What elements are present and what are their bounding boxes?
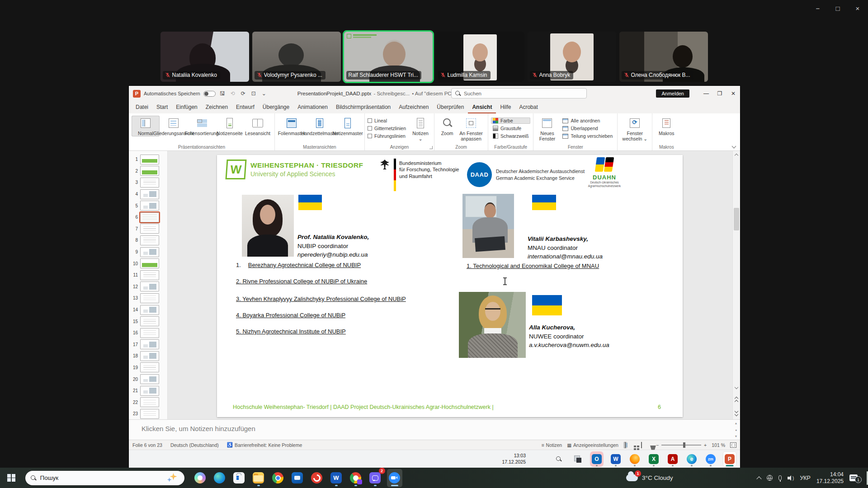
taskbar-app-icon[interactable] <box>231 469 247 487</box>
save-icon[interactable]: 🖫 <box>219 90 226 97</box>
slide-thumbnail[interactable]: 14 <box>129 304 167 316</box>
participant-tile[interactable]: Anna Bobryk <box>528 32 616 82</box>
ribbon-tab[interactable]: Überprüfen <box>433 101 468 113</box>
zoom-slider-thumb[interactable] <box>683 442 685 448</box>
shared-taskbar-app-icon[interactable] <box>533 451 547 467</box>
redo-icon[interactable]: ⟳ <box>240 90 247 97</box>
slide-thumbnail[interactable]: 5 <box>129 200 167 211</box>
slide-page-number[interactable]: 6 <box>658 404 661 410</box>
slide-thumbnail[interactable]: 1 <box>129 154 167 165</box>
ppt-minimize-icon[interactable]: — <box>699 86 713 101</box>
slide-thumbnail[interactable]: 18 <box>129 350 167 362</box>
shared-taskbar-app-icon[interactable]: O <box>590 451 604 467</box>
shared-taskbar-app-icon[interactable]: P <box>723 451 736 467</box>
slide-thumbnail[interactable]: 7 <box>129 223 167 235</box>
participant-tile[interactable]: Ralf Schlauderer HSWT Tri... <box>344 32 433 82</box>
ribbon-tab[interactable]: Animationen <box>293 101 332 113</box>
scrollbar-thumb[interactable] <box>734 208 739 230</box>
qat-customize-icon[interactable]: ⌄ <box>260 90 268 97</box>
present-from-start-icon[interactable]: ⊡ <box>250 90 257 97</box>
slide-thumbnail[interactable]: 19 <box>129 362 167 374</box>
ribbon-master-button[interactable]: Handzettelmaster <box>306 116 334 136</box>
shared-taskbar-clock[interactable]: 13:03 17.12.2025 <box>502 453 528 465</box>
switch-window-button[interactable]: Fenster wechseln ⌄ <box>620 116 649 142</box>
slide-thumbnail[interactable]: 21 <box>129 385 167 397</box>
view-sorter-button[interactable] <box>632 445 635 446</box>
vertical-scrollbar[interactable] <box>732 151 740 419</box>
ribbon-tab[interactable]: Übergänge <box>259 101 293 113</box>
mnau-college-item[interactable]: 1. Technological and Economikal College … <box>467 263 599 269</box>
ribbon-view-button[interactable]: Foliensortierung <box>188 116 216 136</box>
slide-thumbnail[interactable]: 12 <box>129 281 167 293</box>
color-mode-button[interactable]: Schwarzweiß <box>491 133 530 139</box>
show-checkbox[interactable]: Lineal <box>368 118 406 123</box>
participant-tile[interactable]: Олена Слободянюк В... <box>619 32 708 82</box>
coordinator-nubip[interactable]: Prof. Nataliia Kovalenko, NUBIP coordina… <box>297 233 369 259</box>
window-arrange-button[interactable]: Überlappend <box>561 125 614 131</box>
new-window-button[interactable]: Neues Fenster <box>536 116 558 142</box>
search-input[interactable]: Suchen <box>451 88 587 99</box>
notes-placeholder[interactable]: Klicken Sie, um Notizen hinzuzufügen <box>142 425 255 432</box>
minimize-icon[interactable]: − <box>813 5 823 12</box>
fit-to-window-button[interactable]: An Fenster anpassen <box>457 116 485 142</box>
display-settings-button[interactable]: ▦ Anzeigeeinstellungen <box>567 442 618 448</box>
autosave-toggle[interactable] <box>203 91 216 97</box>
participant-tile[interactable]: Volodymyr Pysarenko ... <box>252 32 341 82</box>
show-checkbox[interactable]: Gitternetzlinien <box>368 126 406 131</box>
photo-nataliia-kovalenko[interactable] <box>242 195 294 257</box>
shared-taskbar-app-icon[interactable] <box>628 451 642 467</box>
taskbar-app-icon[interactable] <box>290 469 305 487</box>
weather-widget[interactable]: 1 3°C Cloudy <box>626 468 673 488</box>
slide-thumbnail[interactable]: 17 <box>129 339 167 351</box>
ribbon-view-button[interactable]: Gliederungsansicht <box>160 116 188 136</box>
shared-taskbar-app-icon[interactable]: X <box>647 451 660 467</box>
zoom-in-icon[interactable]: + <box>704 442 707 448</box>
show-checkbox[interactable]: Führungslinien <box>368 133 406 139</box>
macros-button[interactable]: Makros <box>655 116 678 136</box>
shared-taskbar-app-icon[interactable]: e <box>685 451 698 467</box>
ribbon-tab[interactable]: B​ildschirmpräsentation <box>332 101 395 113</box>
zoom-out-icon[interactable]: − <box>656 442 659 448</box>
coordinator-mnau[interactable]: Vitalii Karbashevsky, MNAU coordinator i… <box>528 235 603 261</box>
shared-taskbar-app-icon[interactable] <box>552 451 566 467</box>
zoom-button[interactable]: Zoom <box>437 116 457 136</box>
ribbon-tab[interactable]: Aufzeichnen <box>395 101 433 113</box>
zoom-slider[interactable] <box>661 445 701 446</box>
ribbon-master-button[interactable]: Notizenmaster <box>334 116 362 136</box>
view-normal-button[interactable] <box>623 442 627 448</box>
signin-button[interactable]: Anmelden <box>656 89 689 98</box>
taskbar-app-icon[interactable] <box>251 469 266 487</box>
ribbon-view-button[interactable]: Notizenseite <box>216 116 244 136</box>
slide-thumbnail[interactable]: 20 <box>129 373 167 385</box>
taskbar-app-icon[interactable]: W <box>329 469 344 487</box>
undo-icon[interactable]: ⟲ <box>229 90 236 97</box>
window-arrange-button[interactable]: Alle anordnen <box>561 117 614 124</box>
network-globe-icon[interactable] <box>767 475 773 481</box>
scroll-down-icon[interactable] <box>733 384 740 391</box>
scroll-up-icon[interactable] <box>733 151 740 158</box>
window-arrange-button[interactable]: Teilung verschieben <box>561 133 614 139</box>
ukraine-flag-icon[interactable] <box>532 295 562 315</box>
slide-thumbnail[interactable]: 13 <box>129 292 167 304</box>
shared-taskbar-app-icon[interactable]: A <box>666 451 679 467</box>
shared-taskbar-app-icon[interactable]: zm <box>704 451 717 467</box>
maximize-icon[interactable]: □ <box>833 5 843 12</box>
slide-thumbnail[interactable]: 22 <box>129 396 167 408</box>
slide-thumbnail[interactable]: 3 <box>129 177 167 188</box>
slide-footer[interactable]: Hochschule Weihenstephan- Triesdorf | DA… <box>233 404 494 410</box>
microphone-icon[interactable] <box>778 475 782 480</box>
nubip-college-list[interactable]: 1.Berezhany Agrotechnical College of NUB… <box>236 262 406 344</box>
start-button-icon[interactable] <box>7 474 15 482</box>
participant-tile[interactable]: Ludmilla Kamsin <box>436 32 524 82</box>
shared-taskbar-app-icon[interactable] <box>571 451 585 467</box>
speaker-icon[interactable]: ) <box>788 475 794 481</box>
slide-thumbnail[interactable]: 15 <box>129 315 167 327</box>
ribbon-tab[interactable]: Hilfe <box>496 101 515 113</box>
ribbon-tab[interactable]: Acrobat <box>515 101 542 113</box>
ribbon-tab[interactable]: Einfügen <box>172 101 201 113</box>
notes-toggle-button[interactable]: ≡ Notizen <box>541 442 562 448</box>
slide-thumbnail[interactable]: 4 <box>129 188 167 200</box>
coordinator-nuwee[interactable]: Alla Kucherova, NUWEE coordinator a.v.ku… <box>529 323 609 350</box>
shared-taskbar-app-icon[interactable]: W <box>609 451 623 467</box>
ribbon-tab[interactable]: Entwurf <box>232 101 259 113</box>
